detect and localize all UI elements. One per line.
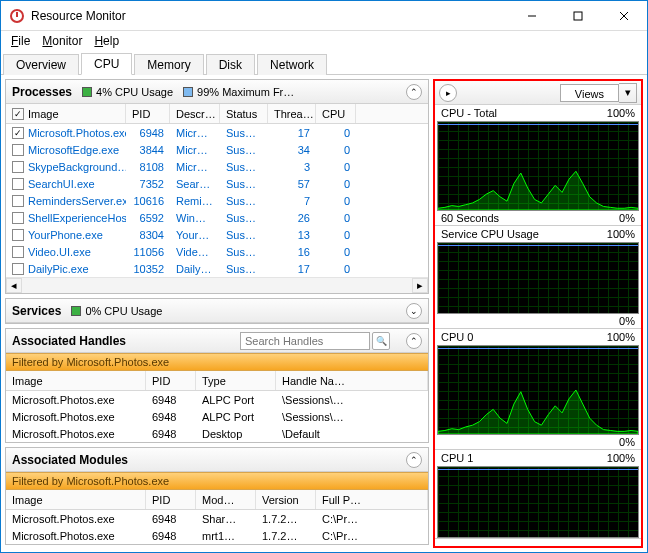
handles-filter-bar: Filtered by Microsoft.Photos.exe: [6, 353, 428, 371]
process-pid: 10616: [126, 195, 170, 207]
table-row[interactable]: ShellExperienceHos…6592Win…Susp…260: [6, 209, 428, 226]
col-image[interactable]: Image: [28, 108, 59, 120]
tab-memory[interactable]: Memory: [134, 54, 203, 75]
cpu-usage-text: 4% CPU Usage: [96, 86, 173, 98]
tab-cpu[interactable]: CPU: [81, 53, 132, 75]
process-desc: Daily…: [170, 263, 220, 275]
process-cpu: 0: [316, 195, 356, 207]
scroll-right-icon[interactable]: ▸: [412, 278, 428, 293]
chart-block: Service CPU Usage100%0%: [435, 226, 641, 329]
process-desc: Searc…: [170, 178, 220, 190]
table-row[interactable]: Microsoft.Photos.exe6948Shar…1.7.2…C:\Pr…: [6, 510, 428, 527]
chart-pct: 100%: [607, 331, 635, 343]
m-col-ver[interactable]: Version: [256, 490, 316, 509]
table-row[interactable]: Microsoft.Photos.exe6948ALPC Port\Sessio…: [6, 391, 428, 408]
process-status: Susp…: [220, 229, 268, 241]
table-row[interactable]: Video.UI.exe11056Vide…Susp…160: [6, 243, 428, 260]
process-desc: Your…: [170, 229, 220, 241]
app-icon: [9, 8, 25, 24]
maximize-button[interactable]: [555, 1, 601, 30]
search-handles-button[interactable]: 🔍: [372, 332, 390, 350]
h-col-hname[interactable]: Handle Na…: [276, 371, 428, 390]
row-checkbox[interactable]: [12, 195, 24, 207]
chart-pct: 100%: [607, 452, 635, 464]
process-threads: 3: [268, 161, 316, 173]
tab-overview[interactable]: Overview: [3, 54, 79, 75]
process-status: Susp…: [220, 161, 268, 173]
processes-panel: Processes 4% CPU Usage 99% Maximum Fr… ⌃…: [5, 79, 429, 294]
process-desc: Vide…: [170, 246, 220, 258]
table-row[interactable]: SkypeBackground…8108Micr…Susp…30: [6, 158, 428, 175]
processes-hscroll[interactable]: ◂ ▸: [6, 277, 428, 293]
col-threads[interactable]: Threa…: [268, 104, 316, 123]
chart-title: CPU - Total: [441, 107, 607, 119]
table-row[interactable]: RemindersServer.exe10616Remi…Susp…70: [6, 192, 428, 209]
row-checkbox[interactable]: [12, 263, 24, 275]
collapse-modules-button[interactable]: ⌃: [406, 452, 422, 468]
views-dropdown-icon[interactable]: ▾: [619, 83, 637, 103]
process-cpu: 0: [316, 212, 356, 224]
collapse-processes-button[interactable]: ⌃: [406, 84, 422, 100]
scroll-left-icon[interactable]: ◂: [6, 278, 22, 293]
chart-foot-right: 0%: [619, 436, 635, 448]
row-checkbox[interactable]: [12, 144, 24, 156]
h-col-pid[interactable]: PID: [146, 371, 196, 390]
process-desc: Micr…: [170, 144, 220, 156]
m-col-path[interactable]: Full P…: [316, 490, 428, 509]
row-checkbox[interactable]: ✓: [12, 127, 24, 139]
row-checkbox[interactable]: [12, 229, 24, 241]
table-row[interactable]: Microsoft.Photos.exe6948mrt1…1.7.2…C:\Pr…: [6, 527, 428, 544]
chart-foot-left: [441, 315, 619, 327]
table-row[interactable]: Microsoft.Photos.exe6948ALPC Port\Sessio…: [6, 408, 428, 425]
menu-file[interactable]: File: [7, 33, 34, 49]
table-row[interactable]: SearchUI.exe7352Searc…Susp…570: [6, 175, 428, 192]
col-cpu[interactable]: CPU: [316, 104, 356, 123]
expand-services-button[interactable]: ⌄: [406, 303, 422, 319]
process-threads: 13: [268, 229, 316, 241]
process-pid: 8304: [126, 229, 170, 241]
row-checkbox[interactable]: [12, 246, 24, 258]
process-status: Susp…: [220, 127, 268, 139]
col-desc[interactable]: Descr…: [170, 104, 220, 123]
menu-help[interactable]: Help: [90, 33, 123, 49]
m-col-mod[interactable]: Mod…: [196, 490, 256, 509]
chart-block: CPU 0100%0%: [435, 329, 641, 450]
table-row[interactable]: DailyPic.exe10352Daily…Susp…170: [6, 260, 428, 277]
tab-disk[interactable]: Disk: [206, 54, 255, 75]
h-col-type[interactable]: Type: [196, 371, 276, 390]
col-status[interactable]: Status: [220, 104, 268, 123]
table-row[interactable]: ✓Microsoft.Photos.exe6948Micr…Susp…170: [6, 124, 428, 141]
tab-network[interactable]: Network: [257, 54, 327, 75]
process-threads: 34: [268, 144, 316, 156]
m-col-pid[interactable]: PID: [146, 490, 196, 509]
m-col-image[interactable]: Image: [6, 490, 146, 509]
minimize-button[interactable]: [509, 1, 555, 30]
services-panel: Services 0% CPU Usage ⌄: [5, 298, 429, 324]
chart-foot-left: [441, 436, 619, 448]
select-all-checkbox[interactable]: ✓: [12, 108, 24, 120]
table-row[interactable]: YourPhone.exe8304Your…Susp…130: [6, 226, 428, 243]
row-checkbox[interactable]: [12, 212, 24, 224]
row-checkbox[interactable]: [12, 161, 24, 173]
search-handles-input[interactable]: [240, 332, 370, 350]
process-pid: 3844: [126, 144, 170, 156]
chart-area: [437, 121, 639, 211]
process-cpu: 0: [316, 178, 356, 190]
charts-collapse-button[interactable]: ▸: [439, 84, 457, 102]
process-cpu: 0: [316, 229, 356, 241]
process-name: ShellExperienceHos…: [28, 212, 126, 224]
process-pid: 11056: [126, 246, 170, 258]
table-row[interactable]: MicrosoftEdge.exe3844Micr…Susp…340: [6, 141, 428, 158]
table-row[interactable]: Microsoft.Photos.exe6948Desktop\Default: [6, 425, 428, 442]
row-checkbox[interactable]: [12, 178, 24, 190]
process-cpu: 0: [316, 263, 356, 275]
window-title: Resource Monitor: [31, 9, 509, 23]
close-button[interactable]: [601, 1, 647, 30]
chart-foot-right: 0%: [619, 315, 635, 327]
col-pid[interactable]: PID: [126, 104, 170, 123]
collapse-handles-button[interactable]: ⌃: [406, 333, 422, 349]
h-col-image[interactable]: Image: [6, 371, 146, 390]
menu-monitor[interactable]: Monitor: [38, 33, 86, 49]
views-button[interactable]: Views: [560, 84, 619, 102]
modules-panel: Associated Modules ⌃ Filtered by Microso…: [5, 447, 429, 545]
